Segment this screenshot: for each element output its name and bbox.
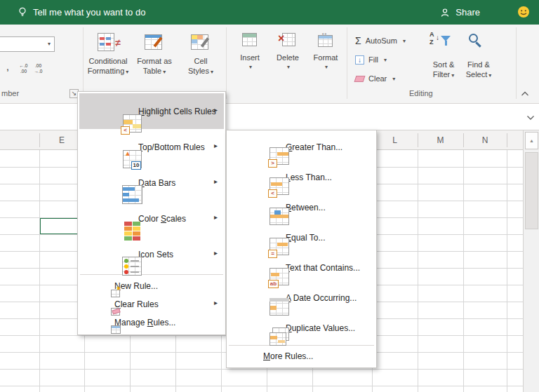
column-header-l[interactable]: L [372,130,418,150]
chevron-down-icon [526,115,535,121]
menu-item-top-bottom-rules[interactable]: ▲ 10 Top/Bottom Rules ▸ [79,129,224,165]
menu-item-label: Top/Bottom Rules [138,142,205,152]
delete-cells-button[interactable]: × Delete ▾ [269,29,307,72]
comma-style-button[interactable]: , [1,60,14,76]
cell-styles-button[interactable]: Cell Styles▾ [178,27,223,101]
gridline [0,369,523,370]
menu-item-label: Equal To... [286,233,326,243]
sigma-icon: Σ [355,35,361,46]
chevron-down-icon: ▾ [392,76,395,82]
chevron-down-icon: ▾ [451,72,454,79]
cell-styles-icon [189,31,212,53]
chevron-down-icon: ▾ [403,38,406,44]
format-cells-button[interactable]: ↔ Format ▾ [307,29,345,72]
submenu-item-greater-than[interactable]: > Greater Than... [228,132,375,162]
gridline [507,150,507,392]
chevron-down-icon: ▾ [384,57,387,63]
find-select-button[interactable]: Find & Select▾ [456,60,501,81]
scroll-up-button[interactable]: ▲ [525,132,538,149]
find-select-icon [467,32,486,52]
menu-item-label: Manage Rules... [114,318,175,327]
submenu-item-more-rules[interactable]: More Rules... [228,348,375,365]
gridline [418,150,418,392]
menu-item-highlight-cells-rules[interactable]: < Highlight Cells Rules ▸ [79,93,224,129]
chevron-down-icon: ▾ [308,62,345,72]
chevron-down-icon: ▾ [48,37,51,51]
group-divider [83,27,84,99]
excel-window: Tell me what you want to do Share ▾ , ←.… [0,0,539,392]
number-format-combo[interactable]: ▾ [0,36,55,52]
menu-item-label: Highlight Cells Rules [138,107,216,116]
menu-item-color-scales[interactable]: Color Scales ▸ [79,201,224,236]
conditional-formatting-icon: ≠ [97,31,119,53]
share-label: Share [455,7,480,18]
menu-item-label: Greater Than... [286,142,342,152]
submenu-item-duplicate-values[interactable]: Duplicate Values... [228,313,375,343]
group-divider [516,27,517,99]
lightbulb-icon [17,6,28,18]
submenu-item-a-date-occurring[interactable]: A Date Occurring... [228,283,375,313]
decrease-decimal-button[interactable]: .00 →.0 [32,60,45,77]
column-header-separator [39,133,40,147]
sort-filter-icon: A Z ↓ [430,31,451,53]
chevron-down-icon: ▾ [126,69,128,75]
submenu-item-less-than[interactable]: < Less Than... [228,162,375,192]
menu-separator [229,345,374,346]
insert-cells-icon [241,31,259,49]
submenu-arrow-icon: ▸ [214,177,218,185]
smiley-feedback-icon[interactable] [517,6,530,18]
column-header-m[interactable]: M [418,130,463,150]
gridline [39,150,40,392]
chevron-up-icon [521,91,529,97]
conditional-formatting-button[interactable]: ≠ Conditional Formatting▾ [85,27,131,101]
tell-me-box[interactable]: Tell me what you want to do [33,0,145,25]
share-icon [441,8,451,18]
gridline [0,386,523,386]
chevron-down-icon: ▾ [488,72,491,79]
menu-item-label: Duplicate Values... [286,323,355,333]
column-header-separator [418,133,418,147]
fill-button[interactable]: ↓ Fill ▾ [355,51,387,68]
column-header-n[interactable]: N [463,130,507,150]
formula-bar-expand-button[interactable] [526,113,535,120]
number-group-label: mber [1,89,19,97]
eraser-icon [354,76,366,82]
column-header-separator [507,133,507,147]
highlight-cells-rules-submenu: > Greater Than... < Less Than... Between… [226,130,377,368]
format-as-table-icon [143,31,166,53]
group-divider [226,27,227,99]
menu-item-label: Between... [286,203,326,212]
chevron-down-icon: ▾ [211,69,213,75]
menu-item-label: Text that Contains... [286,263,360,273]
submenu-item-equal-to[interactable]: = Equal To... [228,222,375,252]
format-as-table-button[interactable]: Format as Table▾ [132,27,177,101]
editing-group-label: Editing [409,89,433,97]
menu-item-label: More Rules... [263,351,313,361]
menu-item-icon-sets[interactable]: Icon Sets ▸ [79,236,224,272]
menu-item-clear-rules[interactable]: Clear Rules ▸ [79,295,224,313]
clear-button[interactable]: Clear ▾ [355,70,395,87]
chevron-down-icon: ▾ [163,69,166,75]
autosum-button[interactable]: Σ AutoSum ▾ [355,32,406,49]
increase-decimal-button[interactable]: ←.0 .00 [17,60,30,77]
scrollbar-thumb[interactable] [525,152,538,229]
conditional-formatting-menu: < Highlight Cells Rules ▸ ▲ 10 Top/Botto… [77,91,226,335]
share-button[interactable]: Share [441,0,480,25]
manage-rules-icon [110,323,121,334]
vertical-scrollbar[interactable]: ▲ [523,130,539,392]
menu-item-label: Color Scales [138,214,186,224]
submenu-arrow-icon: ▸ [214,142,218,149]
submenu-item-between[interactable]: Between... [228,192,375,222]
submenu-arrow-icon: ▸ [214,106,218,114]
submenu-item-text-that-contains[interactable]: ab Text that Contains... [228,252,375,283]
titlebar: Tell me what you want to do Share [0,0,539,25]
gridline [463,150,464,392]
insert-cells-button[interactable]: Insert ▾ [231,29,269,72]
menu-item-new-rule[interactable]: ★ New Rule... [79,277,224,295]
group-divider [347,27,347,99]
collapse-ribbon-button[interactable] [521,89,531,97]
column-header-separator [463,133,464,147]
menu-item-manage-rules[interactable]: Manage Rules... [79,313,224,332]
menu-item-data-bars[interactable]: Data Bars ▸ [79,165,224,201]
submenu-arrow-icon: ▸ [214,213,218,221]
